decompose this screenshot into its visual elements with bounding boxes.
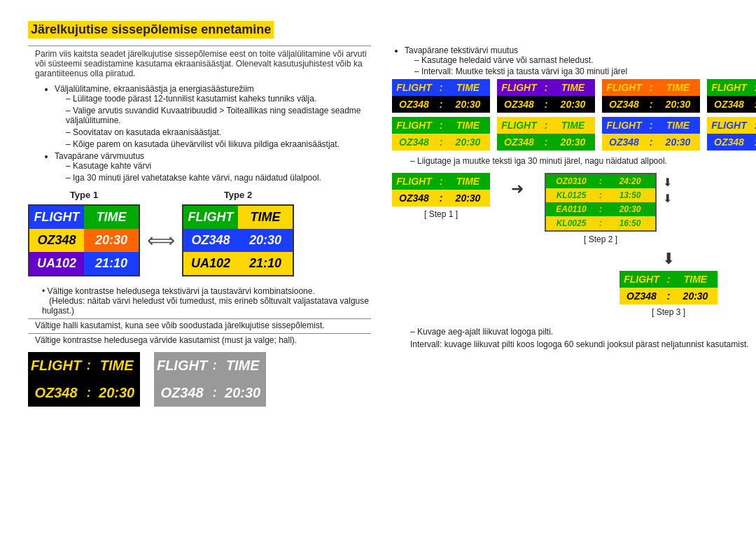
- t2-time1: 20:30: [238, 229, 293, 252]
- color-board-6: FLIGHT : TIME OZ348 : 20:30: [497, 117, 595, 150]
- step2-label: [ Step 2 ]: [584, 234, 617, 244]
- sub-1-4: Kõige parem on kasutada ühevärvilist või…: [66, 139, 371, 149]
- arrow-down-step3: ⬇: [532, 250, 756, 268]
- arrow-step1-step2: ➜: [511, 180, 524, 198]
- t2-oz348: OZ348: [183, 229, 238, 252]
- bad-boards: FLIGHT : TIME OZ348 : 20:30 FLIGHT : TIM…: [28, 352, 371, 407]
- bullet-2: Tavapärane värvmuutus Kasutage kahte vär…: [55, 151, 371, 183]
- color-board-7: FLIGHT : TIME OZ348 : 20:30: [602, 117, 700, 150]
- sub-2-1: Kasutage kahte värvi: [66, 161, 371, 171]
- color-variant-grid-2: FLIGHT : TIME OZ348 : 20:30 FLIGHT : TIM…: [392, 117, 756, 150]
- color-board-1: FLIGHT : TIME OZ348 : 20:30: [392, 79, 490, 113]
- sub-1-1: Lülitage toode pärast 12-tunnilist kasut…: [66, 94, 371, 104]
- bad-board-2: FLIGHT : TIME OZ348 : 20:30: [154, 352, 266, 407]
- t2-time-header: TIME: [238, 206, 293, 229]
- t2-ua102: UA102: [183, 252, 238, 275]
- bullet-section-left: Väljalülitamine, ekraanisäästja ja energ…: [42, 84, 371, 183]
- color-board-4: FLIGHT : TIME OZ348 : 20:30: [707, 79, 756, 113]
- note-scroll: – Liigutage ja muutke teksti iga 30 minu…: [392, 156, 756, 166]
- step-row-1-2: FLIGHT : TIME OZ348 : 20:30 [ Step 1 ]: [392, 173, 756, 244]
- warn3: Vältige kontrastse heledusega värvide ka…: [28, 333, 371, 345]
- step3-label: [ Step 3 ]: [652, 307, 685, 317]
- step3-col: FLIGHT : TIME OZ348 : 20:30 [ Step 3 ]: [532, 271, 756, 317]
- double-arrow: ⟺: [147, 229, 175, 252]
- color-board-3: FLIGHT : TIME OZ348 : 20:30: [602, 79, 700, 113]
- step2-col: OZ0310 : 24:20 KL0125 : 13:50 EA0110: [545, 173, 657, 244]
- boards-row: FLIGHT TIME OZ348 20:30 UA102 21:10 ⟺: [28, 204, 371, 276]
- page-title: Järelkujutise sissepõlemise ennetamine: [28, 21, 274, 38]
- type-row: Type 1 Type 2: [28, 190, 371, 200]
- sub-1-2: Valige arvutis suvandid Kuvaatribuudid >…: [66, 106, 371, 125]
- steps-section: FLIGHT : TIME OZ348 : 20:30 [ Step 1 ]: [392, 173, 756, 317]
- color-board-2: FLIGHT : TIME OZ348 : 20:30: [497, 79, 595, 113]
- type1-label: Type 1: [28, 190, 140, 200]
- left-column: Parim viis kaitsta seadet järelkujutise …: [28, 45, 371, 407]
- bullet-1: Väljalülitamine, ekraanisäästja ja energ…: [55, 84, 371, 149]
- step1-col: FLIGHT : TIME OZ348 : 20:30 [ Step 1 ]: [392, 173, 490, 219]
- t1-oz348: OZ348: [29, 229, 84, 252]
- logo-note-1: – Kuvage aeg-ajalt liikuvat logoga pilti…: [392, 327, 756, 337]
- t2-flight-header: FLIGHT: [183, 206, 238, 229]
- warnings: • Vältige kontrastse heledusega tekstivä…: [28, 286, 371, 345]
- right-column: Tavapärane tekstivärvi muutus Kasutage h…: [392, 45, 756, 407]
- type2-label: Type 2: [182, 190, 294, 200]
- t2-time2: 21:10: [238, 252, 293, 275]
- type1-board: FLIGHT TIME OZ348 20:30 UA102 21:10: [28, 204, 140, 276]
- color-variant-grid: FLIGHT : TIME OZ348 : 20:30 FLIGHT : TIM…: [392, 79, 756, 113]
- scroll-arrows: ⬇ ⬇: [663, 176, 672, 205]
- step1-label: [ Step 1 ]: [424, 209, 458, 219]
- intro-text: Parim viis kaitsta seadet järelkujutise …: [28, 45, 371, 78]
- t1-time-header: TIME: [84, 206, 139, 229]
- type2-board: FLIGHT TIME OZ348 20:30 UA102 21:10: [182, 204, 294, 276]
- t1-time1: 20:30: [84, 229, 139, 252]
- sub-1-3: Soovitatav on kasutada ekraanisäästjat.: [66, 127, 371, 137]
- color-board-8: FLIGHT : TIME OZ348 : 20:30: [707, 117, 756, 150]
- right-bullets: Tavapärane tekstivärvi muutus Kasutage h…: [392, 45, 756, 76]
- t1-flight-header: FLIGHT: [29, 206, 84, 229]
- color-board-5: FLIGHT : TIME OZ348 : 20:30: [392, 117, 490, 150]
- warn2: Vältige halli kasutamist, kuna see võib …: [28, 318, 371, 330]
- sub-2-2: Iga 30 minuti järel vahetatakse kahte vä…: [66, 173, 371, 183]
- logo-notes: – Kuvage aeg-ajalt liikuvat logoga pilti…: [392, 327, 756, 349]
- t1-ua102: UA102: [29, 252, 84, 275]
- logo-note-2: Intervall: kuvage liikuvat pilti koos lo…: [392, 339, 756, 349]
- t1-time2: 21:10: [84, 252, 139, 275]
- bad-board-1: FLIGHT : TIME OZ348 : 20:30: [28, 352, 140, 407]
- scroll-board: OZ0310 : 24:20 KL0125 : 13:50 EA0110: [545, 173, 657, 232]
